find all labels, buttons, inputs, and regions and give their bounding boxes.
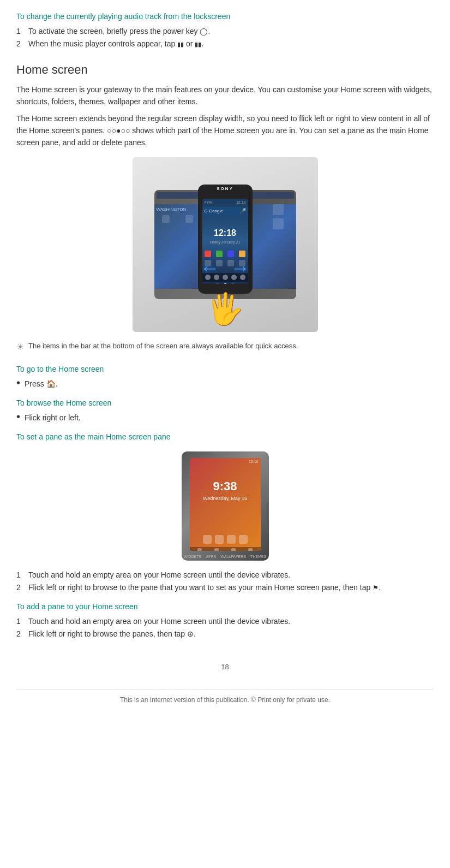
set-pane-steps: 1 Touch and hold an empty area on your H… bbox=[16, 569, 434, 593]
section-title: Home screen bbox=[16, 61, 434, 79]
set-pane-step-1: 1 Touch and hold an empty area on your H… bbox=[16, 569, 434, 581]
add-pane-step-1: 1 Touch and hold an empty area on your H… bbox=[16, 616, 434, 627]
set-pane-step-2: 2 Flick left or right to browse to the p… bbox=[16, 582, 434, 593]
pane-phone-image-container: 12:10 9:38 Wednesday, May 15 bbox=[16, 451, 434, 561]
top-step-1: 1 To activate the screen, briefly press … bbox=[16, 26, 434, 37]
goto-home-heading: To go to the Home screen bbox=[16, 364, 434, 375]
hand-icon: 🖐 bbox=[206, 286, 244, 332]
goto-home-item: • Press 🏠. bbox=[16, 378, 434, 390]
pane-phone: 12:10 9:38 Wednesday, May 15 bbox=[182, 451, 269, 561]
goto-home-section: To go to the Home screen • Press 🏠. bbox=[16, 364, 434, 390]
pane-phone-screen: 12:10 9:38 Wednesday, May 15 bbox=[190, 458, 261, 551]
set-pane-section: To set a pane as the main Home screen pa… bbox=[16, 431, 434, 593]
main-phone-image: WASHINGTON bbox=[16, 157, 434, 332]
bullet-dot: • bbox=[16, 377, 20, 388]
goto-home-list: • Press 🏠. bbox=[16, 378, 434, 390]
top-steps-list: 1 To activate the screen, briefly press … bbox=[16, 26, 434, 50]
browse-home-list: • Flick right or left. bbox=[16, 412, 434, 424]
add-pane-heading: To add a pane to your Home screen bbox=[16, 601, 434, 613]
top-link-container: To change the currently playing audio tr… bbox=[16, 11, 434, 22]
home-screen-para2: The Home screen extends beyond the regul… bbox=[16, 113, 434, 148]
tip-row: ☀ The items in the bar at the bottom of … bbox=[16, 341, 434, 354]
add-pane-section: To add a pane to your Home screen 1 Touc… bbox=[16, 601, 434, 640]
home-screen-para1: The Home screen is your gateway to the m… bbox=[16, 84, 434, 108]
add-pane-step-2: 2 Flick left or right to browse the pane… bbox=[16, 628, 434, 640]
pane-date: Wednesday, May 15 bbox=[190, 495, 261, 503]
tip-icon: ☀ bbox=[16, 341, 24, 354]
phone-scene: WASHINGTON bbox=[133, 157, 318, 332]
swipe-arrows: ← → bbox=[200, 253, 250, 283]
browse-home-section: To browse the Home screen • Flick right … bbox=[16, 397, 434, 424]
top-step-2: 2 When the music player controls appear,… bbox=[16, 38, 434, 50]
page-number: 18 bbox=[16, 662, 434, 673]
browse-home-text: Flick right or left. bbox=[25, 412, 81, 424]
add-pane-steps: 1 Touch and hold an empty area on your H… bbox=[16, 616, 434, 640]
lockscreen-audio-link[interactable]: To change the currently playing audio tr… bbox=[16, 12, 230, 21]
home-screen-section: Home screen The Home screen is your gate… bbox=[16, 61, 434, 148]
goto-home-text: Press 🏠. bbox=[25, 378, 58, 390]
footer-text: This is an Internet version of this publ… bbox=[16, 689, 434, 705]
set-pane-heading: To set a pane as the main Home screen pa… bbox=[16, 431, 434, 443]
browse-home-heading: To browse the Home screen bbox=[16, 397, 434, 409]
tip-text: The items in the bar at the bottom of th… bbox=[28, 341, 298, 352]
pane-time: 9:38 bbox=[190, 477, 261, 495]
browse-home-item: • Flick right or left. bbox=[16, 412, 434, 424]
bullet-dot-2: • bbox=[16, 411, 20, 422]
